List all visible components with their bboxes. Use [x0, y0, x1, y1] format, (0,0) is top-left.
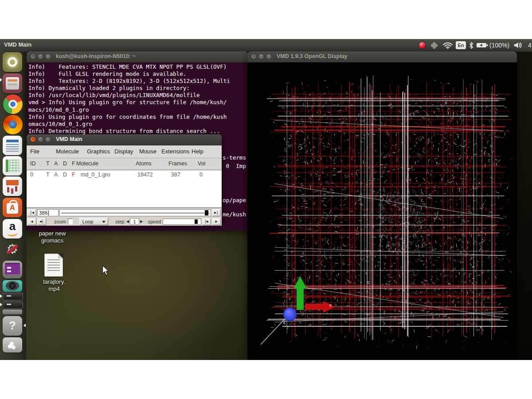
molecule-table-body: 0 T A D F md_0_1.gro 19472 387 0 — [27, 170, 222, 208]
screen: VMD Main En — [0, 0, 532, 399]
play-forward-button[interactable]: ▶ — [212, 218, 221, 225]
vmd-main-window: ✕ – □ VMD Main File Molecule Graphics Di… — [27, 134, 222, 224]
close-icon[interactable]: ✕ — [251, 54, 257, 59]
close-icon[interactable]: ✕ — [30, 137, 36, 142]
trash-icon[interactable] — [3, 337, 22, 352]
desktop-file-icon[interactable] — [44, 254, 63, 277]
step-forward-button[interactable]: |▶ — [202, 218, 211, 225]
running-arrow — [0, 303, 2, 306]
molecule-table-header: ID T A D F Molecule Atoms Frames Vol — [27, 158, 222, 170]
zoom-checkbox[interactable] — [68, 219, 73, 224]
close-icon[interactable]: ✕ — [30, 54, 36, 59]
running-arrow — [0, 294, 2, 298]
chrome-icon[interactable] — [3, 94, 23, 114]
frame-slider-row: |◀ 386 ▶| — [27, 208, 222, 217]
minimize-icon[interactable]: – — [38, 54, 43, 59]
terminal-line: macs/10/md_0_1.gro — [27, 106, 248, 113]
software-center-icon[interactable]: A — [3, 198, 22, 217]
menu-graphics[interactable]: Graphics — [87, 148, 110, 155]
window-slab-icon[interactable] — [3, 309, 22, 314]
terminal-line: Info) Full GLSL rendering mode is availa… — [27, 70, 248, 78]
step-field[interactable]: 1 — [130, 218, 139, 225]
file-manager-icon[interactable] — [3, 74, 22, 93]
speed-slider[interactable] — [163, 219, 201, 225]
opengl-titlebar[interactable]: ✕ – □ VMD 1.9.3 OpenGL Display — [247, 51, 517, 63]
maximize-icon[interactable]: □ — [45, 137, 51, 142]
vmd-main-titlebar[interactable]: ✕ – □ VMD Main — [27, 134, 222, 145]
panel-app-title: VMD Main — [4, 41, 31, 48]
terminal-titlebar[interactable]: ✕ – □ kush@kush-Inspiron-N5010: ~ — [27, 51, 248, 63]
jump-start-button[interactable]: |◀ — [27, 209, 36, 216]
amazon-icon[interactable]: a — [3, 219, 22, 239]
opengl-viewport — [247, 63, 517, 360]
desktop-file-label[interactable]: tarajtory. mp4 — [27, 278, 82, 293]
libreoffice-impress-icon[interactable] — [3, 176, 22, 196]
help-icon[interactable]: ? — [3, 316, 22, 336]
terminal-line: vmd > Info) Using plugin gro for structu… — [27, 99, 248, 106]
keyboard-layout-indicator[interactable]: En — [456, 39, 466, 51]
running-arrow — [0, 78, 2, 82]
desktop: VMD Main En — [0, 39, 532, 360]
terminal-line: Info) Using plugin gro for coordinates f… — [27, 113, 248, 121]
molecular-visualization[interactable] — [247, 63, 517, 360]
terminal-line: Info) Determining bond structure from di… — [27, 128, 248, 135]
bluetooth-icon[interactable] — [469, 39, 474, 51]
vmd-menubar: File Molecule Graphics Display Mouse Ext… — [27, 145, 222, 158]
terminal-line: Info) /usr/local/lib/vmd/plugins/LINUXAM… — [27, 92, 248, 99]
step-decrement[interactable]: ◀ — [126, 219, 129, 223]
step-increment[interactable]: ▶ — [140, 219, 143, 223]
terminal-line-fragment: 0 Imp — [226, 163, 246, 169]
speed-label: speed — [147, 219, 162, 224]
maximize-icon[interactable]: □ — [266, 54, 272, 59]
speed-slider-handle[interactable] — [195, 219, 198, 224]
play-reverse-button[interactable]: ◀ — [27, 218, 36, 225]
firefox-icon[interactable] — [3, 114, 23, 135]
terminal-line-fragment: op/pape — [223, 197, 246, 203]
clock-fragment[interactable]: 4 — [528, 39, 532, 51]
wifi-icon[interactable] — [442, 39, 453, 51]
zoom-label: zoom — [53, 219, 67, 224]
menu-display[interactable]: Display — [114, 148, 133, 155]
puzzle-applet-icon[interactable] — [431, 39, 438, 51]
software-glyph: A — [3, 203, 22, 212]
terminal-line-fragment: me/kush — [223, 211, 246, 218]
jump-end-button[interactable]: ▶| — [212, 209, 221, 216]
playback-controls-row: ◀ ◀| zoom Loop step ◀ 1 ▶ speed |▶ ▶ — [27, 217, 222, 226]
libreoffice-writer-icon[interactable] — [3, 136, 22, 155]
media-recorder-icon[interactable] — [3, 280, 22, 292]
desktop-folder-label[interactable]: paper new gromacs — [25, 230, 80, 244]
gear-glyph: ⚙ — [3, 240, 22, 258]
step-back-button[interactable]: ◀| — [37, 218, 46, 225]
menu-file[interactable]: File — [30, 148, 39, 155]
menu-molecule[interactable]: Molecule — [56, 148, 79, 155]
amazon-glyph: a — [3, 219, 22, 233]
system-settings-icon[interactable]: ⚙ — [3, 239, 22, 259]
frame-number-field[interactable]: 386 — [37, 209, 59, 216]
maximize-icon[interactable]: □ — [45, 54, 51, 59]
help-glyph: ? — [3, 319, 22, 332]
record-indicator-icon[interactable] — [419, 39, 426, 51]
loop-dropdown[interactable]: Loop — [79, 218, 108, 225]
terminal-line-fragment: s-terms — [223, 154, 246, 161]
window-stack-icon-1[interactable] — [3, 293, 23, 300]
terminal-line: omacs/10/md_0_1.gro — [27, 121, 248, 128]
ubuntu-dash-icon[interactable] — [3, 52, 22, 72]
volume-icon[interactable] — [513, 39, 523, 51]
minimize-icon[interactable]: – — [38, 137, 43, 142]
menu-mouse[interactable]: Mouse — [139, 148, 156, 155]
menu-extensions[interactable]: Extensions — [161, 148, 190, 155]
vmd-main-title: VMD Main — [56, 136, 82, 142]
menu-help[interactable]: Help — [192, 148, 203, 155]
frame-slider[interactable] — [59, 209, 211, 216]
battery-icon[interactable] — [476, 39, 489, 51]
minimize-icon[interactable]: – — [258, 54, 264, 59]
focused-arrow — [23, 324, 26, 327]
libreoffice-calc-icon[interactable] — [3, 156, 22, 176]
text-caret — [48, 211, 49, 215]
terminal-line: Info) Features: STENCIL MDE CVA MTX NPOT… — [27, 63, 248, 70]
launcher: A a ⚙ ? — [0, 51, 26, 360]
window-stack-icon-2[interactable] — [3, 301, 23, 309]
terminal-app-icon[interactable] — [3, 261, 22, 278]
battery-percent: (100%) — [489, 39, 509, 51]
frame-slider-handle[interactable] — [205, 210, 208, 215]
